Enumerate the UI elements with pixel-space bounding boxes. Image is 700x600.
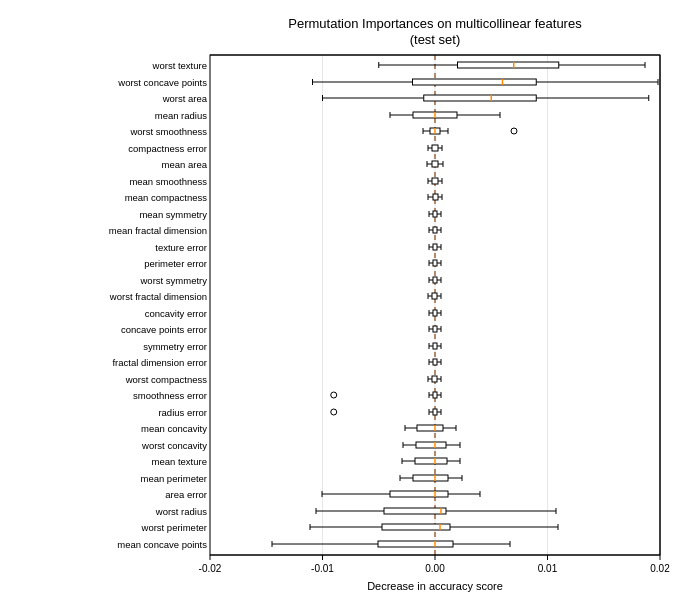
label-20: smoothness error xyxy=(133,390,207,401)
label-4: worst smoothness xyxy=(129,126,207,137)
label-8: mean compactness xyxy=(125,192,208,203)
box-15 xyxy=(433,310,437,316)
xtick-5: 0.02 xyxy=(650,563,670,574)
box-17 xyxy=(433,343,437,349)
chart-title-line2: (test set) xyxy=(410,32,461,47)
label-26: area error xyxy=(165,489,207,500)
box-2 xyxy=(424,95,537,101)
xtick-4: 0.01 xyxy=(538,563,558,574)
label-6: mean area xyxy=(162,159,208,170)
xtick-1: -0.02 xyxy=(199,563,222,574)
box-7 xyxy=(432,178,438,184)
box-29 xyxy=(378,541,453,547)
label-13: worst symmetry xyxy=(140,275,208,286)
xaxis-label: Decrease in accuracy score xyxy=(367,580,503,592)
box-12 xyxy=(433,260,437,266)
box-21 xyxy=(433,409,437,415)
box-6 xyxy=(432,161,438,167)
xtick-2: -0.01 xyxy=(311,563,334,574)
xtick-3: 0.00 xyxy=(425,563,445,574)
box-24 xyxy=(415,458,447,464)
label-0: worst texture xyxy=(152,60,207,71)
label-22: mean concavity xyxy=(141,423,207,434)
box-8 xyxy=(433,194,438,200)
label-7: mean smoothness xyxy=(129,176,207,187)
chart-container: Permutation Importances on multicollinea… xyxy=(0,0,700,600)
box-13 xyxy=(433,277,437,283)
label-19: worst compactness xyxy=(125,374,208,385)
box-23 xyxy=(416,442,446,448)
box-22 xyxy=(417,425,443,431)
label-12: perimeter error xyxy=(144,258,207,269)
box-18 xyxy=(433,359,437,365)
label-15: concavity error xyxy=(145,308,207,319)
label-27: worst radius xyxy=(155,506,207,517)
label-16: concave points error xyxy=(121,324,207,335)
label-1: worst concave points xyxy=(117,77,207,88)
label-21: radius error xyxy=(158,407,207,418)
label-29: mean concave points xyxy=(117,539,207,550)
label-28: worst perimeter xyxy=(141,522,207,533)
box-14 xyxy=(432,293,437,299)
box-1 xyxy=(413,79,537,85)
label-17: symmetry error xyxy=(143,341,207,352)
box-0 xyxy=(458,62,559,68)
box-26 xyxy=(390,491,448,497)
box-20 xyxy=(433,392,437,398)
label-23: worst concavity xyxy=(141,440,207,451)
label-10: mean fractal dimension xyxy=(109,225,207,236)
box-5 xyxy=(432,145,438,151)
label-11: texture error xyxy=(155,242,207,253)
label-9: mean symmetry xyxy=(139,209,207,220)
label-2: worst area xyxy=(162,93,208,104)
box-19 xyxy=(432,376,437,382)
label-5: compactness error xyxy=(128,143,207,154)
label-3: mean radius xyxy=(155,110,208,121)
label-25: mean perimeter xyxy=(140,473,207,484)
label-24: mean texture xyxy=(152,456,207,467)
svg-rect-0 xyxy=(0,0,700,600)
box-11 xyxy=(433,244,437,250)
chart-title-line1: Permutation Importances on multicollinea… xyxy=(288,16,582,31)
label-14: worst fractal dimension xyxy=(109,291,207,302)
box-25 xyxy=(413,475,448,481)
label-18: fractal dimension error xyxy=(112,357,207,368)
box-10 xyxy=(433,227,437,233)
box-27 xyxy=(384,508,446,514)
box-16 xyxy=(433,326,437,332)
box-9 xyxy=(433,211,437,217)
